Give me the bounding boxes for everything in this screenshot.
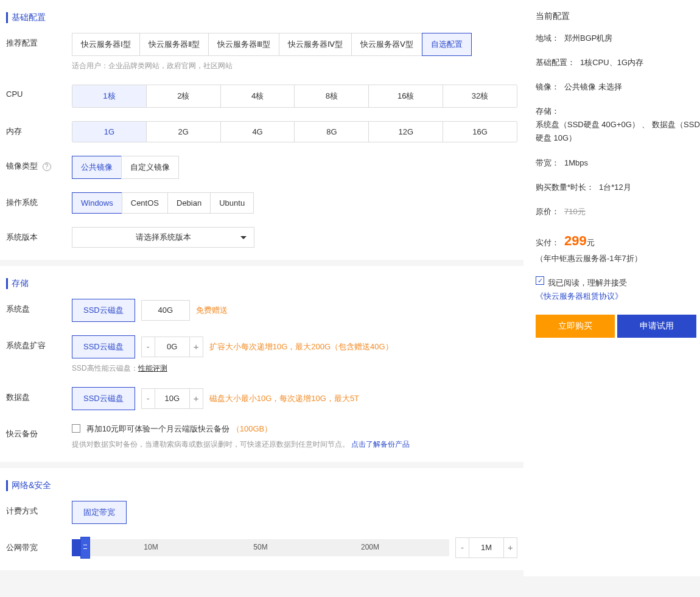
section-title-storage: 存储 bbox=[6, 278, 517, 289]
checkbox-icon bbox=[72, 424, 80, 433]
help-icon[interactable]: ? bbox=[43, 162, 51, 171]
label-backup: 快云备份 bbox=[6, 424, 72, 439]
sys-disk-ext-value[interactable]: 0G bbox=[155, 337, 189, 357]
cpu-group: 1核2核4核8核16核32核 bbox=[72, 85, 517, 108]
image-type-tabs: 公共镜像自定义镜像 bbox=[72, 156, 517, 179]
recommend-option-3[interactable]: 快云服务器Ⅳ型 bbox=[279, 33, 351, 56]
backup-desc: 提供对数据实时备份，当遭勒索病毒或数据误删时，可快速还原数据到任意时间节点。 点… bbox=[72, 439, 517, 450]
label-cpu: CPU bbox=[6, 85, 72, 99]
memory-option-4[interactable]: 12G bbox=[369, 122, 443, 142]
billing-option[interactable]: 固定带宽 bbox=[72, 501, 127, 524]
memory-option-3[interactable]: 8G bbox=[295, 122, 369, 142]
recommend-option-4[interactable]: 快云服务器Ⅴ型 bbox=[351, 33, 422, 56]
cpu-option-2[interactable]: 4核 bbox=[221, 85, 295, 107]
original-price: 710元 bbox=[564, 205, 586, 218]
image-type-option-0[interactable]: 公共镜像 bbox=[72, 156, 121, 179]
memory-option-0[interactable]: 1G bbox=[72, 122, 147, 142]
cpu-option-5[interactable]: 32核 bbox=[443, 85, 517, 107]
checkbox-icon: ✓ bbox=[536, 276, 544, 285]
aside-title: 当前配置 bbox=[536, 11, 700, 22]
label-os: 操作系统 bbox=[6, 192, 72, 208]
sys-version-placeholder: 请选择系统版本 bbox=[136, 232, 191, 243]
sys-disk-ext-hint: 扩容大小每次递增10G，最大200G（包含赠送40G） bbox=[209, 341, 393, 352]
os-option-0[interactable]: Windows bbox=[72, 192, 122, 214]
agreement-link[interactable]: 《快云服务器租赁协议》 bbox=[536, 290, 623, 303]
buy-button[interactable]: 立即购买 bbox=[536, 315, 615, 338]
agree-row[interactable]: ✓ 我已阅读，理解并接受 《快云服务器租赁协议》 bbox=[536, 276, 700, 303]
label-image-type: 镜像类型 ? bbox=[6, 156, 72, 172]
data-disk-stepper: - 10G + bbox=[141, 388, 203, 409]
network-panel: 网络&安全 计费方式 固定带宽 公网带宽 10M50M200M - 1M bbox=[0, 468, 523, 570]
recommend-option-0[interactable]: 快云服务器Ⅰ型 bbox=[72, 33, 139, 56]
recommend-tabs: 快云服务器Ⅰ型快云服务器Ⅱ型快云服务器Ⅲ型快云服务器Ⅳ型快云服务器Ⅴ型自选配置 bbox=[72, 33, 517, 56]
plus-button[interactable]: + bbox=[189, 337, 203, 357]
perf-link[interactable]: 性能评测 bbox=[138, 364, 167, 372]
sys-version-select[interactable]: 请选择系统版本 bbox=[72, 227, 254, 248]
sys-disk-size: 40G bbox=[141, 300, 190, 321]
minus-button[interactable]: - bbox=[142, 389, 155, 408]
backup-link[interactable]: 点击了解备份产品 bbox=[351, 440, 410, 449]
label-recommend: 推荐配置 bbox=[6, 33, 72, 49]
recommend-option-5[interactable]: 自选配置 bbox=[422, 33, 472, 56]
basic-config-panel: 基础配置 推荐配置 快云服务器Ⅰ型快云服务器Ⅱ型快云服务器Ⅲ型快云服务器Ⅳ型快云… bbox=[0, 0, 523, 260]
os-option-3[interactable]: Ubuntu bbox=[210, 192, 254, 214]
label-sys-version: 系统版本 bbox=[6, 227, 72, 243]
os-option-1[interactable]: CentOS bbox=[122, 192, 167, 214]
memory-option-1[interactable]: 2G bbox=[147, 122, 221, 142]
memory-option-5[interactable]: 16G bbox=[443, 122, 517, 142]
minus-button[interactable]: - bbox=[456, 538, 469, 557]
memory-option-2[interactable]: 4G bbox=[221, 122, 295, 142]
data-disk-hint: 磁盘大小最小10G，每次递增10G，最大5T bbox=[209, 393, 359, 404]
sys-disk-gift: 免费赠送 bbox=[196, 305, 228, 316]
bandwidth-slider[interactable]: 10M50M200M bbox=[72, 539, 449, 556]
data-disk-type[interactable]: SSD云磁盘 bbox=[72, 387, 135, 410]
image-type-option-1[interactable]: 自定义镜像 bbox=[121, 156, 179, 179]
data-disk-value[interactable]: 10G bbox=[155, 389, 189, 408]
cpu-option-4[interactable]: 16核 bbox=[369, 85, 443, 107]
cpu-option-1[interactable]: 2核 bbox=[147, 85, 221, 107]
section-title-network: 网络&安全 bbox=[6, 480, 517, 491]
sys-disk-type[interactable]: SSD云磁盘 bbox=[72, 299, 135, 322]
label-memory: 内存 bbox=[6, 121, 72, 137]
recommend-option-2[interactable]: 快云服务器Ⅲ型 bbox=[208, 33, 279, 56]
section-title-basic: 基础配置 bbox=[6, 12, 517, 23]
bandwidth-stepper: - 1M + bbox=[455, 537, 517, 558]
perf-hint: SSD高性能云磁盘：性能评测 bbox=[72, 363, 517, 374]
plus-button[interactable]: + bbox=[503, 538, 517, 557]
label-data-disk: 数据盘 bbox=[6, 387, 72, 403]
label-sys-disk-ext: 系统盘扩容 bbox=[6, 335, 72, 351]
recommend-hint: 适合用户：企业品牌类网站，政府官网，社区网站 bbox=[72, 61, 517, 71]
sys-disk-ext-stepper: - 0G + bbox=[141, 337, 203, 357]
trial-button[interactable]: 申请试用 bbox=[617, 315, 696, 338]
cpu-option-3[interactable]: 8核 bbox=[295, 85, 369, 107]
memory-group: 1G2G4G8G12G16G bbox=[72, 121, 517, 142]
plus-button[interactable]: + bbox=[189, 389, 203, 408]
sys-disk-ext-type[interactable]: SSD云磁盘 bbox=[72, 335, 135, 358]
current-config-panel: 当前配置 地域：郑州BGP机房 基础配置：1核CPU、1G内存 镜像：公共镜像 … bbox=[523, 0, 700, 576]
pay-price: 299 bbox=[564, 229, 587, 252]
os-tabs: WindowsCentOSDebianUbuntu bbox=[72, 192, 517, 214]
label-bandwidth: 公网带宽 bbox=[6, 537, 72, 553]
bandwidth-value[interactable]: 1M bbox=[469, 538, 503, 557]
backup-checkbox-row[interactable]: 再加10元即可体验一个月云端版快云备份 （100GB） bbox=[72, 424, 517, 435]
label-billing: 计费方式 bbox=[6, 501, 72, 517]
recommend-option-1[interactable]: 快云服务器Ⅱ型 bbox=[139, 33, 208, 56]
cpu-option-0[interactable]: 1核 bbox=[72, 85, 147, 107]
storage-panel: 存储 系统盘 SSD云磁盘 40G 免费赠送 系统盘扩容 SSD云磁盘 - 0G bbox=[0, 266, 523, 462]
label-sys-disk: 系统盘 bbox=[6, 299, 72, 315]
os-option-2[interactable]: Debian bbox=[167, 192, 210, 214]
minus-button[interactable]: - bbox=[142, 337, 155, 357]
